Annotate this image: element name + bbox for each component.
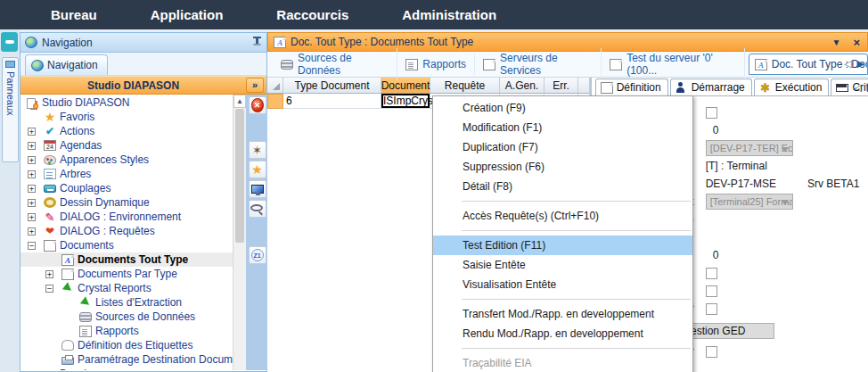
- tree-item-label: Définition des Etiquettes: [78, 339, 192, 351]
- expander-slot: +: [26, 370, 44, 371]
- green-arrow-icon: [61, 282, 74, 294]
- tree-item-documents-tout-type[interactable]: Documents Tout Type: [20, 252, 233, 267]
- dropdown-caret-icon[interactable]: ▼: [832, 37, 841, 47]
- tool-z1-button[interactable]: [249, 246, 266, 264]
- panneaux-vertical-tab[interactable]: Panneaux: [2, 57, 19, 162]
- menu-item-modification-f1-[interactable]: Modification (F1): [433, 118, 692, 137]
- cell-document[interactable]: ISImpCryst: [381, 94, 430, 109]
- tree-item-dialog-environnement[interactable]: +✎DIALOG : Environnement: [20, 210, 233, 224]
- field-value: 0: [713, 124, 719, 136]
- expand-icon[interactable]: +: [45, 270, 53, 278]
- detail-tab-ex-cution[interactable]: ✱Exécution: [754, 79, 830, 95]
- expand-icon[interactable]: +: [28, 170, 36, 178]
- panneaux-label: Panneaux: [5, 71, 16, 116]
- expand-icon[interactable]: +: [28, 142, 36, 150]
- menu-item-administration[interactable]: Administration: [402, 7, 496, 22]
- tree-item-d-finition-des-etiquettes[interactable]: Définition des Etiquettes: [20, 338, 233, 352]
- pin-icon[interactable]: [252, 37, 262, 48]
- cell-type-document[interactable]: 6: [283, 94, 381, 109]
- menu-item-suppression-f6-[interactable]: Suppression (F6): [433, 157, 692, 177]
- tree-item-sources-de-donn-es[interactable]: Sources de Données: [20, 310, 233, 324]
- tree-item-dialog-requ-tes[interactable]: +❤DIALOG : Requêtes: [20, 224, 233, 238]
- checkbox-unchecked-icon[interactable]: [706, 107, 717, 119]
- tree-scrollbar[interactable]: ▲: [233, 95, 246, 370]
- collapse-icon[interactable]: −: [28, 242, 36, 250]
- checkbox-unchecked-icon[interactable]: [706, 303, 717, 315]
- expander-slot: +: [26, 156, 44, 164]
- tree-item-crystal-reports[interactable]: −Crystal Reports: [20, 281, 233, 295]
- tree-item-dessin-dynamique[interactable]: +Dessin Dynamique: [20, 195, 233, 210]
- scroll-up-arrow-icon[interactable]: ▲: [233, 95, 246, 108]
- dropdown-disabled[interactable]: [DEV-P17-TER] Ecran P': [706, 140, 793, 156]
- menu-item-d-tail-f8-[interactable]: Détail (F8): [433, 177, 692, 196]
- tab-rapports[interactable]: Rapports: [397, 54, 475, 74]
- field-value-2: Srv BETA1: [807, 178, 859, 190]
- tab-scroll-arrows: ◁▶: [842, 57, 866, 70]
- checkbox-unchecked-icon[interactable]: [706, 346, 717, 358]
- navigation-tab-label: Navigation: [47, 59, 98, 71]
- tree-item-listes-d-extraction[interactable]: Listes d'Extraction: [20, 295, 233, 310]
- tool-compass-button[interactable]: ✶: [249, 141, 266, 159]
- tab-serveurs-de-services[interactable]: Serveurs de Services: [475, 48, 602, 80]
- tree-item-rapports[interactable]: Rapports: [20, 324, 233, 338]
- menu-item-bureau[interactable]: Bureau: [51, 7, 97, 22]
- tab-scroll-left-icon[interactable]: ◁: [842, 57, 853, 70]
- expand-icon[interactable]: +: [28, 199, 36, 207]
- chevron-double-right-icon[interactable]: »: [246, 78, 264, 93]
- expand-icon[interactable]: +: [28, 213, 36, 221]
- tab-label: Rapports: [422, 58, 466, 70]
- tree-item-arbres[interactable]: +Arbres: [20, 167, 233, 181]
- tree-item-couplages[interactable]: +Couplages: [20, 181, 233, 195]
- tool-magnifier-button[interactable]: [249, 200, 266, 218]
- menu-item-test-edition-f11-[interactable]: Test Edition (F11): [433, 236, 692, 255]
- expand-icon[interactable]: +: [28, 185, 36, 193]
- menu-item-transfert-mod-rapp-en-developpement[interactable]: Transfert Mod./Rapp. en developpement: [433, 304, 692, 324]
- tree-item-actions[interactable]: +✔Actions: [20, 124, 233, 138]
- left-rail: Panneaux: [0, 29, 20, 372]
- tree-item-agendas[interactable]: +Agendas: [20, 138, 233, 153]
- table-corner-cell[interactable]: [267, 78, 283, 94]
- scrollbar-thumb[interactable]: [235, 109, 244, 243]
- navigation-panel-header[interactable]: Navigation: [20, 33, 266, 53]
- page-icon: [44, 240, 56, 252]
- tree-item-studio-diapason[interactable]: Studio DIAPASON: [20, 95, 233, 110]
- tree-item-param-trage-destination-document[interactable]: Paramétrage Destination Document: [20, 352, 233, 367]
- menu-item-duplication-f7-[interactable]: Duplication (F7): [433, 137, 692, 157]
- dropdown-disabled[interactable]: [Terminal25] Format impre: [706, 194, 793, 210]
- tree-item-apparences-styles[interactable]: +Apparences Styles: [20, 153, 233, 167]
- checkbox-unchecked-icon[interactable]: [706, 268, 717, 279]
- menu-item-visualisation-ent-te[interactable]: Visualisation Entête: [433, 275, 692, 294]
- tree-item-favoris[interactable]: ★Favoris: [20, 110, 233, 124]
- expand-icon[interactable]: +: [28, 227, 36, 236]
- tool-star-button[interactable]: ★: [249, 161, 266, 178]
- tab-navigation[interactable]: Navigation: [25, 54, 108, 75]
- checkbox-unchecked-icon[interactable]: [706, 285, 717, 297]
- expand-icon[interactable]: +: [28, 156, 36, 164]
- row-selector[interactable]: [267, 94, 283, 109]
- close-icon[interactable]: ×: [853, 36, 860, 49]
- tree-item-dossiers[interactable]: +✶Dossiers: [20, 367, 233, 370]
- tab-scroll-right-icon[interactable]: ▶: [865, 81, 868, 95]
- expand-icon[interactable]: +: [28, 370, 36, 371]
- tree-item-documents-par-type[interactable]: +Documents Par Type: [20, 267, 233, 281]
- rail-collapse-button[interactable]: [1, 32, 18, 52]
- detail-tab-d-finition[interactable]: Définition: [595, 79, 668, 95]
- tree-item-label: Crystal Reports: [78, 282, 151, 294]
- tool-monitor-button[interactable]: [249, 180, 266, 198]
- menu-item-acc-s-requ-te-s-ctrl-f10-[interactable]: Accès Requête(s) (Ctrl+F10): [433, 206, 692, 226]
- menu-item-rendu-mod-rapp-en-developpement[interactable]: Rendu Mod./Rapp. en developpement: [433, 324, 692, 343]
- expander-slot: −: [44, 285, 61, 293]
- menu-item-raccourcis[interactable]: Raccourcis: [276, 7, 348, 22]
- menu-item-application[interactable]: Application: [151, 7, 224, 22]
- tab-scroll-right-icon[interactable]: ▶: [856, 57, 866, 70]
- menu-item-saisie-ent-te[interactable]: Saisie Entête: [433, 255, 692, 275]
- collapse-icon[interactable]: −: [45, 285, 53, 293]
- tab-sources-de-donn-es[interactable]: Sources de Données: [273, 48, 397, 80]
- tree-item-documents[interactable]: −Documents: [20, 238, 233, 252]
- detail-tab-d-marrage[interactable]: Démarrage: [670, 79, 752, 95]
- tool-close-red-button[interactable]: [249, 96, 266, 114]
- tab-test-du-serveur-0-100-[interactable]: Test du serveur '0' (100...: [602, 48, 745, 80]
- expand-icon[interactable]: +: [28, 128, 36, 136]
- menu-item-cr-ation-f9-[interactable]: Création (F9): [433, 98, 692, 118]
- tab-scroll-left-icon[interactable]: ◁: [852, 81, 863, 95]
